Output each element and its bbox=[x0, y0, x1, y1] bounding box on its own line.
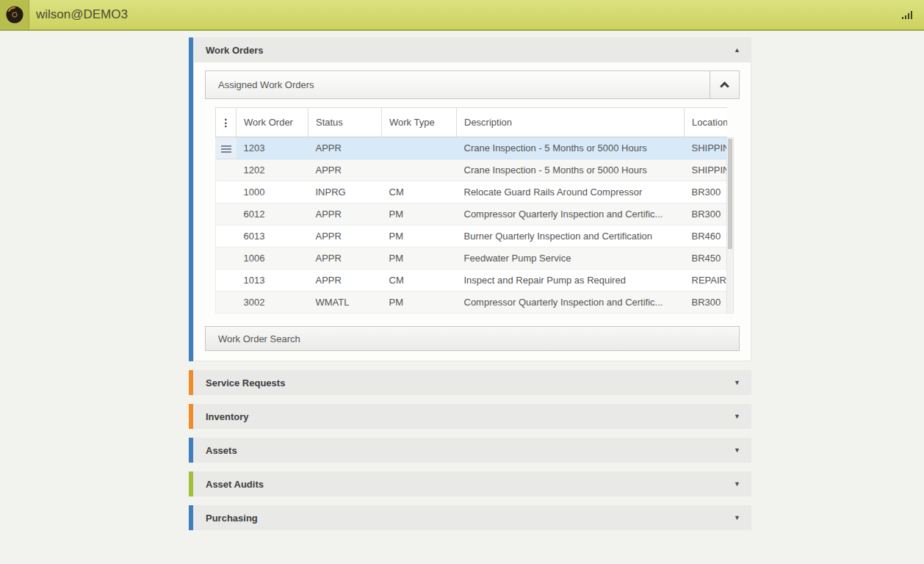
work-order-cell: 1013 bbox=[237, 270, 308, 292]
work-order-cell: 1000 bbox=[237, 181, 308, 203]
description-cell: Crane Inspection - 5 Months or 5000 Hour… bbox=[457, 159, 685, 181]
work-type-cell: CM bbox=[382, 270, 457, 292]
status-cell: INPRG bbox=[308, 181, 382, 203]
service-requests-accent-bar bbox=[189, 370, 193, 395]
collapse-triangle-icon[interactable]: ▲ bbox=[734, 47, 740, 54]
location-cell: BR460 bbox=[685, 225, 727, 247]
overflow-menu-icon[interactable]: ⋮ bbox=[216, 108, 237, 137]
work-orders-title: Work Orders bbox=[206, 45, 264, 56]
table-row[interactable]: 1000INPRGCMRelocate Guard Rails Around C… bbox=[216, 181, 727, 203]
status-cell: APPR bbox=[308, 159, 382, 181]
work-order-cell: 1202 bbox=[237, 159, 308, 181]
expand-triangle-icon[interactable]: ▼ bbox=[734, 515, 740, 521]
status-cell: APPR bbox=[308, 203, 382, 225]
row-grip-cell bbox=[216, 225, 237, 247]
row-grip-cell bbox=[216, 292, 237, 314]
work-type-cell: PM bbox=[382, 225, 457, 247]
description-cell: Compressor Quarterly Inspection and Cert… bbox=[457, 292, 685, 314]
row-grip-cell bbox=[216, 247, 237, 270]
assigned-work-orders-grid: ⋮ Work Order Status Work Type Descriptio… bbox=[215, 107, 734, 314]
work-type-cell: CM bbox=[382, 181, 457, 203]
vertical-scrollbar[interactable] bbox=[726, 137, 734, 314]
row-grip-cell bbox=[216, 203, 237, 225]
column-header-description[interactable]: Description bbox=[457, 108, 685, 137]
assets-accent-bar bbox=[189, 438, 193, 463]
inventory-accent-bar bbox=[189, 404, 193, 429]
column-header-location[interactable]: Location bbox=[685, 108, 727, 137]
panel-service-requests[interactable]: Service Requests ▼ bbox=[189, 370, 751, 395]
table-row[interactable]: 1203APPRCrane Inspection - 5 Months or 5… bbox=[216, 137, 727, 159]
location-cell: BR300 bbox=[685, 181, 727, 203]
work-order-search-label: Work Order Search bbox=[218, 333, 300, 344]
location-cell: SHIPPING bbox=[685, 137, 727, 159]
work-order-cell: 1006 bbox=[237, 247, 308, 270]
location-cell: BR450 bbox=[685, 247, 727, 270]
location-cell: REPAIR bbox=[685, 270, 727, 292]
inventory-title: Inventory bbox=[206, 411, 249, 422]
description-cell: Feedwater Pump Service bbox=[457, 247, 685, 270]
status-cell: APPR bbox=[308, 225, 382, 247]
work-order-cell: 3002 bbox=[237, 292, 308, 314]
purchasing-accent-bar bbox=[189, 505, 193, 530]
chevron-up-icon bbox=[720, 82, 729, 91]
assigned-work-orders-header[interactable]: Assigned Work Orders bbox=[205, 70, 740, 99]
expand-triangle-icon[interactable]: ▼ bbox=[734, 447, 740, 454]
status-cell: APPR bbox=[308, 270, 382, 292]
panel-inventory[interactable]: Inventory ▼ bbox=[189, 404, 751, 429]
location-cell: SHIPPING bbox=[685, 159, 727, 181]
assets-title: Assets bbox=[206, 445, 237, 456]
assigned-work-orders-title: Assigned Work Orders bbox=[206, 71, 710, 98]
purchasing-title: Purchasing bbox=[206, 513, 258, 524]
work-order-cell: 6013 bbox=[237, 225, 308, 247]
table-row[interactable]: 6012APPRPMCompressor Quarterly Inspectio… bbox=[216, 203, 727, 225]
work-order-search-button[interactable]: Work Order Search bbox=[205, 326, 740, 351]
main-content: Work Orders ▲ Assigned Work Orders bbox=[0, 31, 924, 530]
work-orders-panel-header[interactable]: Work Orders ▲ bbox=[193, 37, 751, 62]
table-row[interactable]: 3002WMATLPMCompressor Quarterly Inspecti… bbox=[216, 292, 727, 314]
work-order-cell: 1203 bbox=[237, 137, 308, 159]
row-grip-icon[interactable] bbox=[216, 137, 237, 159]
status-cell: WMATL bbox=[308, 292, 382, 314]
service-requests-title: Service Requests bbox=[206, 377, 285, 388]
panel-asset-audits[interactable]: Asset Audits ▼ bbox=[189, 471, 751, 496]
description-cell: Burner Quarterly Inspection and Certific… bbox=[457, 225, 685, 247]
work-order-cell: 6012 bbox=[237, 203, 308, 225]
table-header-row: ⋮ Work Order Status Work Type Descriptio… bbox=[216, 108, 727, 137]
collapse-assigned-button[interactable] bbox=[710, 71, 739, 98]
signal-strength-icon bbox=[902, 10, 912, 19]
row-grip-cell bbox=[216, 159, 237, 181]
work-type-cell bbox=[382, 159, 457, 181]
work-type-cell: PM bbox=[382, 247, 457, 270]
top-bar: wilson@DEMO3 bbox=[0, 0, 924, 31]
description-cell: Inspect and Repair Pump as Required bbox=[457, 270, 685, 292]
scrollbar-thumb[interactable] bbox=[728, 139, 732, 249]
description-cell: Compressor Quarterly Inspection and Cert… bbox=[457, 203, 685, 225]
description-cell: Relocate Guard Rails Around Compressor bbox=[457, 181, 685, 203]
user-context-title: wilson@DEMO3 bbox=[36, 7, 128, 22]
location-cell: BR300 bbox=[685, 203, 727, 225]
panel-assets[interactable]: Assets ▼ bbox=[189, 438, 751, 463]
table-row[interactable]: 6013APPRPMBurner Quarterly Inspection an… bbox=[216, 225, 727, 247]
table-row[interactable]: 1202APPRCrane Inspection - 5 Months or 5… bbox=[216, 159, 727, 181]
app-logo-icon[interactable] bbox=[0, 0, 29, 29]
asset-audits-accent-bar bbox=[189, 471, 193, 496]
panel-purchasing[interactable]: Purchasing ▼ bbox=[189, 505, 751, 530]
column-header-work-order[interactable]: Work Order bbox=[237, 108, 308, 137]
row-grip-cell bbox=[216, 270, 237, 292]
table-row[interactable]: 1013APPRCMInspect and Repair Pump as Req… bbox=[216, 270, 727, 292]
status-cell: APPR bbox=[308, 137, 382, 159]
work-type-cell: PM bbox=[382, 292, 457, 314]
expand-triangle-icon[interactable]: ▼ bbox=[734, 380, 740, 386]
work-orders-panel-body: Assigned Work Orders ⋮ bbox=[193, 62, 751, 361]
column-header-work-type[interactable]: Work Type bbox=[382, 108, 457, 137]
table-row[interactable]: 1006APPRPMFeedwater Pump ServiceBR450 bbox=[216, 247, 727, 270]
expand-triangle-icon[interactable]: ▼ bbox=[734, 413, 740, 420]
asset-audits-title: Asset Audits bbox=[206, 479, 264, 490]
app-logo-glyph bbox=[5, 5, 24, 24]
work-type-cell: PM bbox=[382, 203, 457, 225]
assigned-work-orders-table: ⋮ Work Order Status Work Type Descriptio… bbox=[215, 107, 727, 314]
work-type-cell bbox=[382, 137, 457, 159]
expand-triangle-icon[interactable]: ▼ bbox=[734, 481, 740, 488]
work-orders-accent-bar bbox=[189, 37, 193, 361]
column-header-status[interactable]: Status bbox=[308, 108, 382, 137]
